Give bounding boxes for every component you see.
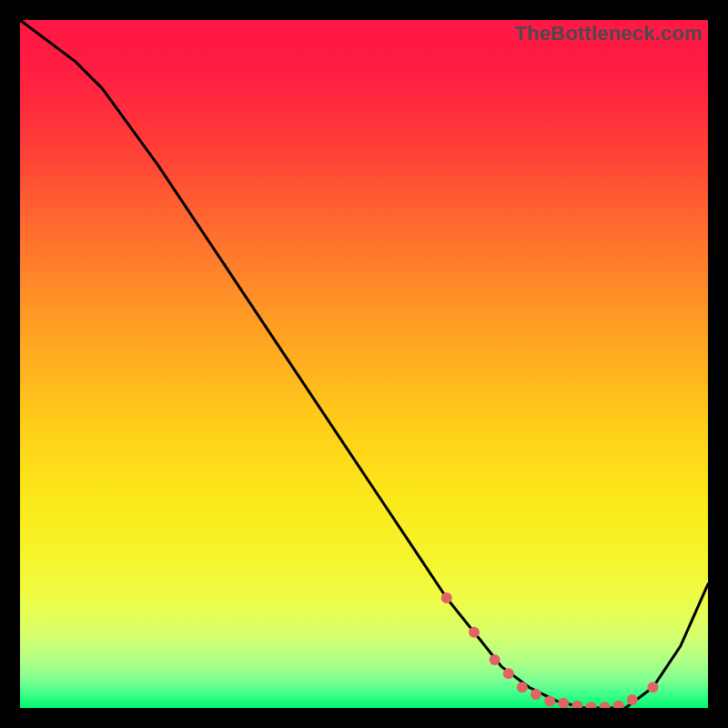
bottleneck-curve-path xyxy=(20,20,708,708)
marker-dot xyxy=(503,668,514,679)
marker-dot xyxy=(648,682,659,693)
chart-svg xyxy=(20,20,708,708)
marker-dot xyxy=(627,694,638,705)
marker-dot xyxy=(517,682,528,693)
marker-dot xyxy=(558,698,569,708)
marker-dot xyxy=(571,701,582,708)
bottleneck-curve xyxy=(20,20,708,708)
optimal-range-markers xyxy=(441,592,659,708)
marker-dot xyxy=(441,592,452,603)
marker-dot xyxy=(586,702,597,708)
marker-dot xyxy=(613,701,624,708)
plot-area: TheBottleneck.com xyxy=(20,20,708,708)
marker-dot xyxy=(531,689,541,700)
marker-dot xyxy=(600,702,611,708)
chart-frame: TheBottleneck.com xyxy=(0,0,728,728)
watermark-text: TheBottleneck.com xyxy=(515,22,703,46)
marker-dot xyxy=(490,654,500,665)
marker-dot xyxy=(469,627,480,638)
marker-dot xyxy=(544,695,555,706)
